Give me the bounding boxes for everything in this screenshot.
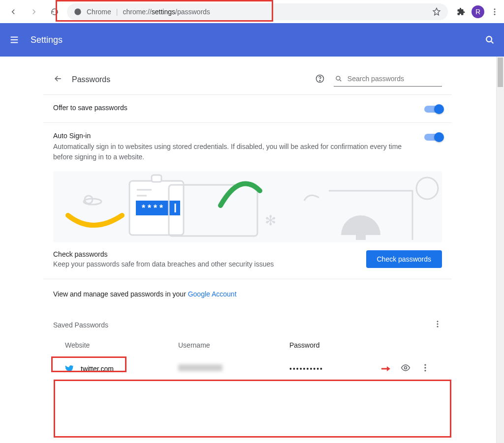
twitter-icon <box>65 364 74 373</box>
password-search-input[interactable] <box>347 75 441 83</box>
svg-point-23 <box>437 326 439 327</box>
annotation-arrow <box>381 364 391 374</box>
auto-signin-section: Auto Sign-in Automatically sign in to we… <box>43 122 452 171</box>
google-account-prefix: View and manage saved passwords in your <box>53 290 188 298</box>
col-password: Password <box>289 341 368 349</box>
offer-save-toggle[interactable] <box>424 106 442 113</box>
svg-point-3 <box>494 13 496 15</box>
col-website: Website <box>65 341 178 349</box>
settings-title: Settings <box>31 35 63 45</box>
bookmark-star-icon[interactable] <box>432 7 441 16</box>
check-passwords-illustration: * * * * ✻ <box>53 171 442 242</box>
svg-point-20 <box>416 177 438 199</box>
saved-passwords-menu[interactable] <box>433 320 442 330</box>
omnibox[interactable]: Chrome | chrome://settings/passwords <box>67 3 448 20</box>
scrollbar-thumb[interactable] <box>498 58 503 87</box>
offer-save-label: Offer to save passwords <box>53 104 417 112</box>
url-text: chrome://settings/passwords <box>123 8 210 16</box>
check-passwords-button[interactable]: Check passwords <box>366 250 442 268</box>
back-arrow[interactable] <box>53 74 63 86</box>
svg-point-21 <box>437 321 439 322</box>
row-password: •••••••••• <box>289 365 368 373</box>
forward-button[interactable] <box>26 3 42 20</box>
svg-point-25 <box>424 364 426 366</box>
saved-passwords-heading: Saved Passwords <box>53 321 108 329</box>
svg-point-6 <box>319 80 320 81</box>
saved-passwords-header: Saved Passwords <box>43 316 452 334</box>
hamburger-icon[interactable] <box>9 34 20 45</box>
chrome-menu-icon[interactable] <box>490 7 499 16</box>
show-password-button[interactable] <box>401 363 410 374</box>
svg-point-26 <box>424 367 426 368</box>
svg-point-27 <box>424 370 426 371</box>
google-account-link[interactable]: Google Account <box>188 290 237 298</box>
help-icon[interactable] <box>315 74 325 86</box>
svg-point-24 <box>405 367 407 369</box>
row-menu-button[interactable] <box>420 363 430 374</box>
back-button[interactable] <box>5 3 22 20</box>
more-vert-icon <box>420 363 430 373</box>
row-website: twitter.com <box>65 364 178 373</box>
extensions-icon[interactable] <box>457 7 466 16</box>
toolbar-right: R <box>452 5 499 18</box>
svg-point-1 <box>494 8 496 10</box>
saved-passwords-table: Website Username Password twitter.com ••… <box>43 334 452 391</box>
eye-icon <box>401 363 410 373</box>
browser-toolbar: Chrome | chrome://settings/passwords R <box>0 0 504 23</box>
auto-signin-desc: Automatically sign in to websites using … <box>53 142 417 162</box>
settings-header: Settings <box>0 23 504 57</box>
svg-rect-19 <box>356 235 366 240</box>
settings-card: Passwords Offer to save passwords Auto S… <box>43 57 452 391</box>
header-search-icon[interactable] <box>484 34 495 45</box>
check-passwords-title: Check passwords <box>53 250 359 258</box>
check-passwords-desc: Keep your passwords safe from data breac… <box>53 260 359 268</box>
password-search[interactable] <box>334 72 442 87</box>
svg-point-2 <box>494 11 496 12</box>
col-username: Username <box>178 341 289 349</box>
content-area: Passwords Offer to save passwords Auto S… <box>0 57 504 443</box>
row-site-name: twitter.com <box>81 365 114 373</box>
svg-text:* * * *: * * * * <box>142 203 163 213</box>
url-sep: | <box>116 8 118 16</box>
scrollbar[interactable] <box>496 57 504 443</box>
svg-text:✻: ✻ <box>265 213 276 228</box>
offer-save-section: Offer to save passwords <box>43 94 452 122</box>
redacted-username <box>178 364 222 371</box>
site-info-icon <box>74 8 82 16</box>
auto-signin-title: Auto Sign-in <box>53 132 417 140</box>
table-header: Website Username Password <box>53 334 442 356</box>
url-prefix: Chrome <box>87 8 111 16</box>
check-passwords-section: Check passwords Keep your passwords safe… <box>43 242 452 279</box>
page-header: Passwords <box>43 65 452 94</box>
svg-point-7 <box>336 76 340 80</box>
table-row[interactable]: twitter.com •••••••••• <box>53 356 442 381</box>
search-icon <box>335 74 343 83</box>
row-username <box>178 364 289 373</box>
google-account-line: View and manage saved passwords in your … <box>43 279 452 316</box>
profile-avatar[interactable]: R <box>472 5 484 18</box>
svg-rect-11 <box>152 175 161 182</box>
svg-point-22 <box>437 324 439 325</box>
svg-point-4 <box>486 36 492 42</box>
svg-point-0 <box>74 8 81 15</box>
auto-signin-toggle[interactable] <box>424 134 442 141</box>
reload-button[interactable] <box>46 3 63 20</box>
page-title: Passwords <box>72 75 110 84</box>
